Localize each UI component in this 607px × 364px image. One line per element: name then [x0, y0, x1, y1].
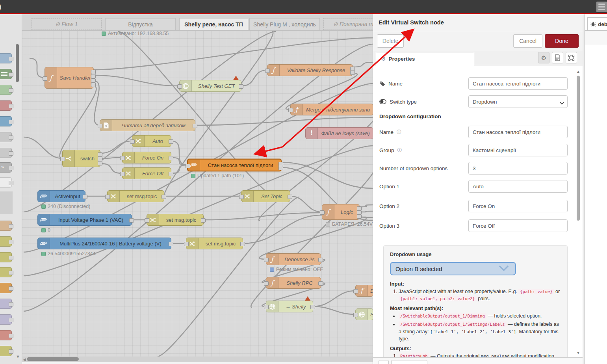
palette-node-stub[interactable]	[0, 236, 12, 247]
palette-node-stub[interactable]	[0, 346, 12, 356]
palette-node-stub[interactable]	[0, 177, 12, 188]
flow-node[interactable]: ƒLogic	[322, 204, 360, 220]
tab-debug[interactable]: deb	[587, 17, 607, 30]
wire[interactable]	[60, 86, 97, 158]
palette-node-stub[interactable]	[0, 252, 12, 262]
wire[interactable]	[100, 163, 122, 173]
wire[interactable]	[100, 158, 122, 158]
palette-node-stub[interactable]	[0, 148, 12, 158]
input-port[interactable]	[239, 195, 244, 199]
palette-node-stub[interactable]	[0, 69, 12, 79]
option1-input[interactable]: Auto	[468, 180, 568, 193]
flow-tab-1[interactable]: ⊘ Flow 1	[32, 18, 102, 30]
node-port[interactable]	[9, 271, 13, 275]
output-port[interactable]	[129, 218, 134, 223]
output-port[interactable]	[318, 258, 323, 262]
flow-node[interactable]: Shelly Test GET	[179, 80, 241, 92]
usage-dropdown-preview[interactable]: Option B selected	[390, 262, 516, 275]
output-port[interactable]	[161, 195, 166, 199]
wire[interactable]	[353, 62, 373, 67]
flow-tab-4[interactable]: Shelly Plug M , холодиль	[249, 18, 320, 30]
output-port[interactable]	[357, 214, 362, 219]
flow-node[interactable]: set msg.topic	[107, 190, 164, 202]
node-port[interactable]	[9, 286, 13, 291]
scrollbar-thumb[interactable]	[27, 357, 79, 361]
input-port[interactable]	[265, 69, 270, 73]
input-port[interactable]	[320, 210, 325, 215]
dd-name-input[interactable]: Стан насоса теплої підлоги	[468, 126, 568, 138]
palette-node-stub[interactable]	[0, 299, 12, 309]
palette-scroll-down-icon[interactable]: ▼	[16, 354, 20, 359]
node-port[interactable]	[9, 349, 13, 354]
node-port[interactable]	[9, 57, 13, 61]
node-port[interactable]	[9, 120, 13, 124]
appearance-button[interactable]	[566, 52, 577, 63]
flow-node[interactable]: ƒD	[355, 285, 373, 297]
node-port[interactable]	[9, 136, 13, 140]
output-port[interactable]	[278, 166, 283, 170]
flow-node[interactable]: ActiveInput	[37, 190, 85, 202]
wire[interactable]	[360, 205, 373, 207]
input-port[interactable]	[264, 258, 269, 262]
palette-node-stub[interactable]	[0, 283, 12, 293]
output-port[interactable]	[91, 83, 96, 87]
wire[interactable]	[313, 306, 355, 314]
output-port[interactable]	[240, 242, 245, 246]
flow-node[interactable]: ƒShelly RPC	[266, 277, 321, 289]
output-port[interactable]	[83, 195, 87, 199]
flow-canvas[interactable]: ƒSave HandlerShelly Test GETƒValidate Sh…	[22, 30, 373, 357]
flow-node[interactable]: ƒValidate Shelly Response	[267, 64, 353, 76]
flow-tab-2[interactable]: Відпустка	[105, 18, 176, 30]
flow-node[interactable]: set msg.topic	[186, 238, 243, 249]
output-port[interactable]	[318, 281, 323, 286]
flow-node[interactable]: Читати all перед записом	[100, 119, 195, 131]
node-port[interactable]	[9, 334, 13, 338]
palette-node-stub[interactable]	[0, 330, 12, 340]
output-port[interactable]	[288, 195, 292, 199]
tray-scrollbar[interactable]: ▲ ▼	[576, 69, 580, 355]
output-port[interactable]	[310, 305, 315, 309]
output-port[interactable]	[350, 71, 355, 75]
flow-node[interactable]: !Файл не існує (save)	[305, 127, 373, 139]
scroll-left-icon[interactable]: ◀	[23, 357, 26, 362]
output-port[interactable]	[169, 242, 173, 246]
wire[interactable]	[94, 75, 179, 86]
wire[interactable]	[30, 58, 45, 78]
hamburger-menu-icon[interactable]	[596, 2, 607, 12]
node-port[interactable]	[9, 72, 13, 77]
flow-node[interactable]: Set Topic	[241, 190, 290, 202]
input-port[interactable]	[186, 164, 190, 168]
flow-node[interactable]: set msg.topic	[147, 214, 204, 226]
wire[interactable]	[195, 117, 373, 125]
output-port[interactable]	[91, 70, 96, 74]
input-port[interactable]	[177, 84, 182, 89]
palette-node-stub[interactable]	[0, 221, 12, 231]
output-port[interactable]	[201, 218, 206, 223]
output-port[interactable]	[239, 84, 243, 89]
group-input[interactable]: Кастомні сценарії	[468, 144, 568, 156]
flow-node[interactable]: MultiPlus 24/1600/40-16 | Battery voltag…	[37, 238, 171, 249]
input-port[interactable]	[120, 172, 125, 176]
node-palette[interactable]: ▼ »	[0, 14, 22, 364]
flow-node[interactable]: ƒDebounce 2s	[266, 253, 321, 265]
properties-gear-button[interactable]: ⚙	[538, 52, 549, 63]
input-port[interactable]	[353, 289, 358, 293]
input-port[interactable]	[264, 305, 269, 309]
flow-tab-3[interactable]: Shelly реле, насос ТП	[179, 18, 248, 30]
wire[interactable]	[24, 137, 62, 158]
footer-button[interactable]	[391, 360, 427, 364]
output-port[interactable]	[98, 157, 102, 161]
flow-node[interactable]: ƒSave Handler	[45, 67, 94, 89]
flow-node[interactable]: Стан насоса теплої підлоги	[187, 159, 282, 171]
palette-scrollbar[interactable]	[16, 44, 19, 82]
wire[interactable]	[94, 81, 100, 125]
wire[interactable]	[171, 165, 187, 173]
input-port[interactable]	[105, 195, 110, 199]
node-port[interactable]	[9, 104, 13, 108]
palette-node-stub[interactable]	[0, 53, 12, 63]
input-port[interactable]	[145, 218, 149, 223]
done-button[interactable]: Done	[545, 34, 579, 48]
output-port[interactable]	[278, 162, 283, 166]
palette-node-stub[interactable]: »	[0, 162, 12, 173]
node-port[interactable]	[9, 224, 13, 228]
